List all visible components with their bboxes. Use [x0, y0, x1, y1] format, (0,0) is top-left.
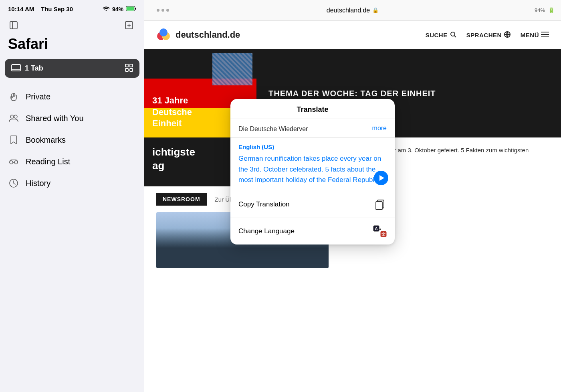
change-language-label: Change Language — [238, 227, 295, 235]
clock-icon — [8, 178, 19, 189]
translate-title: Translate — [238, 105, 387, 114]
svg-point-22 — [159, 28, 167, 36]
browser-chrome: deutschland.de 🔒 94% 🔋 — [144, 0, 561, 21]
translate-header: Translate — [230, 99, 395, 119]
change-language-action[interactable]: Change Language A 文 — [230, 218, 395, 244]
site-nav: SUCHE SPRACHEN — [426, 31, 549, 39]
bookmark-icon — [8, 134, 19, 145]
url-text: deutschland.de — [327, 7, 370, 14]
dot-1 — [157, 9, 159, 12]
svg-rect-13 — [130, 69, 133, 71]
translate-source: Die Deutsche Wiederver more — [230, 119, 395, 138]
tabs-grid-icon — [125, 64, 133, 73]
site-header: deutschland.de SUCHE SPRACHEN — [144, 21, 561, 49]
svg-rect-10 — [125, 64, 128, 67]
translate-popup: Translate Die Deutsche Wiederver more En… — [230, 99, 395, 244]
translate-text: German reunification takes place every y… — [238, 154, 387, 185]
play-icon — [379, 175, 384, 181]
svg-rect-30 — [376, 202, 382, 210]
hand-icon — [8, 91, 19, 102]
tabs-button[interactable]: 1 Tab — [5, 59, 139, 78]
browser-dots — [151, 9, 175, 12]
hero-banner-text: THEMA DER WOCHE: TAG DER EINHEIT — [268, 88, 436, 99]
sidebar-toolbar — [0, 15, 144, 34]
sidebar-item-history[interactable]: History — [0, 172, 144, 194]
sidebar-item-bookmarks-label: Bookmarks — [26, 135, 66, 145]
shared-icon — [8, 113, 19, 124]
lock-icon: 🔒 — [372, 7, 379, 13]
dot-3 — [166, 9, 169, 12]
menu-icon — [541, 31, 549, 39]
time-display: 10:14 AM — [8, 6, 34, 12]
battery-percent-browser: 94% — [535, 7, 545, 13]
hero-pattern — [212, 53, 252, 85]
app-title: Safari — [0, 34, 144, 59]
battery-icon-browser: 🔋 — [548, 7, 555, 13]
svg-rect-2 — [135, 8, 136, 10]
tabs-label: 1 Tab — [25, 64, 43, 73]
sidebar-item-shared[interactable]: Shared with You — [0, 107, 144, 129]
svg-text:A: A — [375, 226, 377, 231]
sidebar-toggle-button[interactable] — [6, 18, 21, 32]
svg-rect-11 — [130, 64, 133, 67]
svg-text:文: 文 — [381, 232, 385, 236]
nav-suche[interactable]: SUCHE — [426, 31, 457, 39]
status-bar: 10:14 AM Thu Sep 30 94% — [0, 0, 144, 15]
svg-rect-1 — [127, 6, 134, 10]
battery-icon — [126, 6, 136, 12]
nav-menu-label: MENÜ — [521, 32, 539, 38]
nav-suche-label: SUCHE — [426, 32, 448, 38]
device-icon — [11, 64, 21, 73]
status-right: 94% — [103, 6, 136, 12]
dot-2 — [161, 9, 164, 12]
svg-point-15 — [14, 115, 17, 118]
svg-rect-12 — [125, 69, 128, 71]
translate-more[interactable]: more — [372, 125, 387, 132]
sidebar-item-history-label: History — [26, 179, 50, 188]
new-tab-button[interactable] — [122, 18, 136, 32]
svg-point-14 — [10, 115, 14, 118]
translate-lang-icon: A 文 — [373, 224, 387, 238]
sidebar-item-private[interactable]: Private — [0, 86, 144, 107]
svg-line-24 — [454, 36, 456, 37]
website-content: deutschland.de SUCHE SPRACHEN — [144, 21, 561, 392]
sidebar: 10:14 AM Thu Sep 30 94% — [0, 0, 144, 392]
translate-source-text: Die Deutsche Wiederver — [238, 125, 308, 133]
newsroom-badge: NEWSROOM — [156, 193, 207, 206]
copy-translation-action[interactable]: Copy Translation — [230, 191, 395, 218]
site-logo: deutschland.de — [156, 27, 240, 42]
copy-translation-label: Copy Translation — [238, 200, 290, 208]
nav-sprachen-label: SPRACHEN — [466, 32, 502, 38]
sidebar-item-shared-label: Shared with You — [26, 114, 84, 123]
wifi-icon — [103, 6, 110, 12]
sidebar-item-reading[interactable]: Reading List — [0, 151, 144, 172]
url-bar[interactable]: deutschland.de 🔒 — [175, 7, 531, 14]
nav-menu[interactable]: MENÜ — [521, 31, 549, 39]
sidebar-item-private-label: Private — [26, 92, 50, 101]
glasses-icon — [8, 156, 19, 167]
svg-rect-3 — [10, 22, 17, 29]
copy-icon — [373, 198, 387, 211]
translate-result: English (US) German reunification takes … — [230, 138, 395, 191]
browser-right-controls: 94% 🔋 — [531, 7, 555, 13]
hero-image-text: 31 Jahre Deutsche Einheit — [152, 95, 192, 129]
browser-area: deutschland.de 🔒 94% 🔋 deutschland.de — [144, 0, 561, 392]
site-logo-name: deutschland.de — [176, 30, 240, 40]
sidebar-item-bookmarks[interactable]: Bookmarks — [0, 129, 144, 151]
sidebar-menu: Private Shared with You Bookmarks — [0, 78, 144, 194]
logo-circles — [156, 27, 172, 42]
date-display: Thu Sep 30 — [41, 6, 73, 12]
search-icon — [450, 31, 457, 39]
nav-sprachen[interactable]: SPRACHEN — [466, 31, 511, 39]
battery-percent: 94% — [112, 6, 123, 12]
translate-lang: English (US) — [238, 143, 387, 150]
sidebar-item-reading-label: Reading List — [26, 157, 70, 166]
status-time: 10:14 AM Thu Sep 30 — [8, 6, 73, 12]
svg-point-23 — [451, 32, 455, 36]
globe-icon — [504, 31, 511, 39]
tabs-button-left: 1 Tab — [11, 64, 43, 73]
